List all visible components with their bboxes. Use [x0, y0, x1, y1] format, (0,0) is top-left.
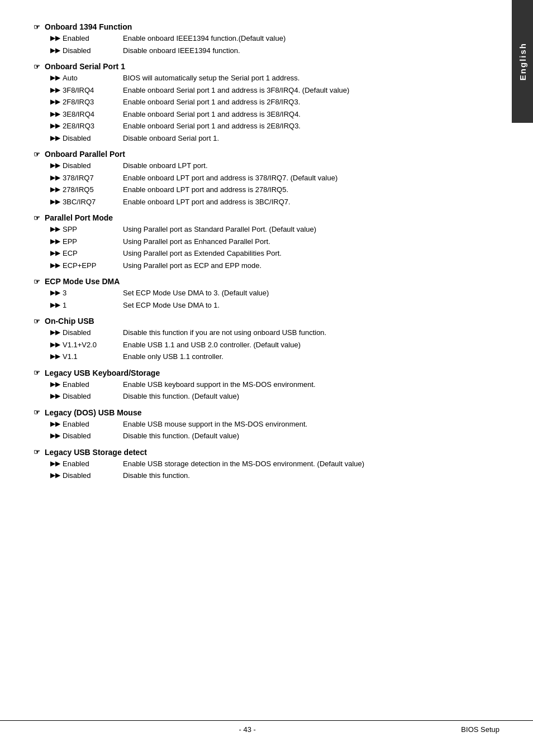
option-key: ▶▶Disabled [50, 45, 123, 57]
section-onboard-serial-port-1: ☞Onboard Serial Port 1▶▶AutoBIOS will au… [34, 62, 499, 144]
option-arrow-icon: ▶▶ [50, 197, 60, 207]
option-arrow-icon: ▶▶ [50, 160, 60, 170]
option-key-text: 3 [63, 288, 66, 299]
option-arrow-icon: ▶▶ [50, 109, 60, 119]
option-row: ▶▶DisabledDisable onboard Serial port 1. [50, 132, 499, 145]
section-title-onboard-1394: ☞Onboard 1394 Function [34, 22, 499, 31]
option-desc: Enable USB storage detection in the MS-D… [123, 458, 499, 470]
option-key-text: ECP [63, 248, 78, 259]
option-row: ▶▶2F8/IRQ3Enable onboard Serial port 1 a… [50, 96, 499, 108]
option-row: ▶▶SPPUsing Parallel port as Standard Par… [50, 223, 499, 236]
section-arrow-icon: ☞ [34, 23, 40, 31]
options-table-onboard-serial-port-1: ▶▶AutoBIOS will automatically setup the … [50, 72, 499, 144]
option-key: ▶▶2F8/IRQ3 [50, 96, 123, 108]
option-arrow-icon: ▶▶ [50, 430, 60, 441]
option-row: ▶▶AutoBIOS will automatically setup the … [50, 72, 499, 84]
option-arrow-icon: ▶▶ [50, 419, 60, 429]
option-key-text: Disabled [63, 133, 91, 144]
option-row: ▶▶DisabledDisable this function. (Defaul… [50, 390, 499, 403]
option-arrow-icon: ▶▶ [50, 133, 60, 143]
section-on-chip-usb: ☞On-Chip USB▶▶DisabledDisable this funct… [34, 317, 499, 363]
option-arrow-icon: ▶▶ [50, 121, 60, 131]
options-table-legacy-usb-storage-detect: ▶▶EnabledEnable USB storage detection in… [50, 458, 499, 482]
option-row: ▶▶ECPUsing Parallel port as Extended Cap… [50, 247, 499, 260]
section-title-text: On-Chip USB [45, 317, 94, 326]
option-desc: Enable onboard LPT port and address is 3… [123, 172, 499, 184]
section-arrow-icon: ☞ [34, 214, 40, 222]
option-key: ▶▶Disabled [50, 470, 123, 482]
footer-right-label: BIOS Setup [461, 725, 499, 734]
option-key-text: ECP+EPP [63, 260, 96, 271]
section-arrow-icon: ☞ [34, 277, 40, 286]
section-arrow-icon: ☞ [34, 317, 40, 326]
section-legacy-usb-storage-detect: ☞Legacy USB Storage detect▶▶EnabledEnabl… [34, 448, 499, 482]
option-desc: Disable this function. [123, 470, 499, 482]
option-row: ▶▶V1.1+V2.0Enable USB 1.1 and USB 2.0 co… [50, 339, 499, 351]
option-key-text: Disabled [63, 160, 91, 171]
option-row: ▶▶3F8/IRQ4Enable onboard Serial port 1 a… [50, 84, 499, 97]
section-title-on-chip-usb: ☞On-Chip USB [34, 317, 499, 326]
option-key-text: Disabled [63, 45, 91, 56]
option-desc: Enable onboard LPT port and address is 2… [123, 184, 499, 196]
section-title-text: ECP Mode Use DMA [45, 277, 120, 286]
option-desc: Enable onboard Serial port 1 and address… [123, 120, 499, 132]
option-arrow-icon: ▶▶ [50, 85, 60, 95]
option-key-text: EPP [63, 236, 77, 247]
option-desc: Enable onboard Serial port 1 and address… [123, 84, 499, 97]
option-arrow-icon: ▶▶ [50, 260, 60, 270]
section-arrow-icon: ☞ [34, 63, 40, 71]
page-container: English ☞Onboard 1394 Function▶▶EnabledE… [0, 0, 533, 756]
option-desc: Enable USB mouse support in the MS-DOS e… [123, 418, 499, 430]
section-arrow-icon: ☞ [34, 408, 40, 417]
option-desc: Disable this function if you are not usi… [123, 327, 499, 339]
option-key-text: V1.1 [63, 351, 78, 362]
option-arrow-icon: ▶▶ [50, 73, 60, 83]
option-arrow-icon: ▶▶ [50, 45, 60, 55]
option-key-text: V1.1+V2.0 [63, 339, 97, 351]
option-arrow-icon: ▶▶ [50, 33, 60, 43]
option-arrow-icon: ▶▶ [50, 339, 60, 350]
option-row: ▶▶DisabledDisable this function. (Defaul… [50, 430, 499, 442]
option-arrow-icon: ▶▶ [50, 351, 60, 361]
option-key-text: 2F8/IRQ3 [63, 97, 94, 108]
option-key-text: Enabled [63, 419, 89, 430]
option-key: ▶▶Enabled [50, 32, 123, 45]
options-table-parallel-port-mode: ▶▶SPPUsing Parallel port as Standard Par… [50, 223, 499, 271]
option-arrow-icon: ▶▶ [50, 327, 60, 337]
option-row: ▶▶3BC/IRQ7Enable onboard LPT port and ad… [50, 196, 499, 208]
option-desc: Using Parallel port as Standard Parallel… [123, 223, 499, 236]
section-parallel-port-mode: ☞Parallel Port Mode▶▶SPPUsing Parallel p… [34, 213, 499, 271]
option-row: ▶▶DisabledDisable this function. [50, 470, 499, 482]
option-key-text: Enabled [63, 458, 89, 470]
option-key-text: Disabled [63, 327, 91, 338]
option-key: ▶▶Disabled [50, 390, 123, 403]
option-arrow-icon: ▶▶ [50, 97, 60, 107]
option-arrow-icon: ▶▶ [50, 458, 60, 468]
option-arrow-icon: ▶▶ [50, 184, 60, 194]
section-onboard-1394: ☞Onboard 1394 Function▶▶EnabledEnable on… [34, 22, 499, 56]
option-arrow-icon: ▶▶ [50, 248, 60, 258]
section-title-text: Onboard Parallel Port [45, 150, 125, 159]
section-arrow-icon: ☞ [34, 448, 40, 456]
footer: - 43 - BIOS Setup [0, 720, 533, 734]
option-arrow-icon: ▶▶ [50, 391, 60, 401]
option-desc: BIOS will automatically setup the Serial… [123, 72, 499, 84]
option-key-text: Auto [63, 73, 78, 84]
sections-container: ☞Onboard 1394 Function▶▶EnabledEnable on… [34, 22, 499, 482]
option-key: ▶▶Disabled [50, 132, 123, 145]
option-key-text: 1 [63, 300, 66, 311]
option-key-text: Disabled [63, 430, 91, 442]
option-row: ▶▶EnabledEnable USB keyboard support in … [50, 379, 499, 391]
option-desc: Set ECP Mode Use DMA to 1. [123, 299, 499, 312]
option-desc: Enable only USB 1.1 controller. [123, 351, 499, 363]
option-key: ▶▶Enabled [50, 458, 123, 470]
option-row: ▶▶DisabledDisable onboard IEEE1394 funct… [50, 45, 499, 57]
language-label: English [518, 42, 527, 80]
section-title-text: Onboard Serial Port 1 [45, 62, 125, 71]
option-key: ▶▶Auto [50, 72, 123, 84]
option-desc: Enable onboard LPT port and address is 3… [123, 196, 499, 208]
option-key-text: 378/IRQ7 [63, 173, 94, 184]
section-title-text: Legacy (DOS) USB Mouse [45, 408, 141, 417]
option-key: ▶▶3F8/IRQ4 [50, 84, 123, 97]
option-row: ▶▶1Set ECP Mode Use DMA to 1. [50, 299, 499, 312]
